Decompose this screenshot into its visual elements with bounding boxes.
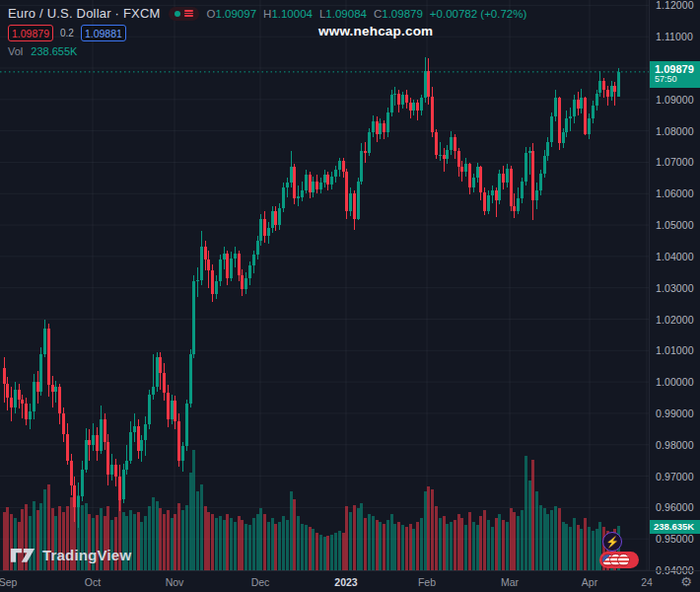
grid-layer xyxy=(0,0,649,570)
price-axis-label: 1.04000 xyxy=(656,251,694,262)
close-value: 1.09879 xyxy=(382,8,423,20)
open-value: 1.09097 xyxy=(215,8,256,20)
tradingview-logo-icon xyxy=(10,545,35,564)
price-axis-label: 1.11000 xyxy=(656,31,693,42)
price-axis-label: 1.09000 xyxy=(656,94,694,106)
volume-axis-label: 238.635K xyxy=(650,520,700,534)
market-open-dot-icon xyxy=(175,11,180,17)
watermark: www.nehcap.com xyxy=(318,24,433,38)
idea-event-badge[interactable]: ⚡ xyxy=(602,532,622,552)
spread-value: 0.2 xyxy=(60,28,74,38)
candlestick-chart[interactable] xyxy=(0,0,649,570)
price-axis-label: 1.08000 xyxy=(656,125,694,137)
last-price-label: 1.09879 57:50 xyxy=(650,61,700,88)
time-axis-label: Feb xyxy=(410,576,444,588)
time-axis-label: Apr xyxy=(573,576,606,588)
price-axis-label: 1.00000 xyxy=(656,376,694,388)
price-axis-label: 0.95000 xyxy=(656,533,694,545)
change-value: +0.00782 (+0.72%) xyxy=(430,8,526,20)
time-axis-label: 2023 xyxy=(329,576,363,588)
price-axis-label: 1.02000 xyxy=(656,314,694,326)
sell-bid-button[interactable]: 1.09879 xyxy=(8,25,53,41)
data-issue-icon xyxy=(184,10,193,17)
time-axis-label: Nov xyxy=(158,576,191,588)
lightning-icon: ⚡ xyxy=(605,537,619,548)
time-axis-label: Oct xyxy=(76,576,109,588)
low-value: 1.09084 xyxy=(325,8,367,20)
symbol-title[interactable]: Euro / U.S. Dollar · FXCM xyxy=(8,6,161,21)
tradingview-logo-text: TradingView xyxy=(42,547,131,563)
bar-countdown: 57:50 xyxy=(655,75,700,85)
ohlc-legend: O1.09097 H1.10004 L1.09084 C1.09879 +0.0… xyxy=(207,8,527,20)
axis-settings-gear-icon[interactable]: ⚙ xyxy=(680,574,692,589)
trading-chart-window: Euro / U.S. Dollar · FXCM O1.09097 H1.10… xyxy=(0,0,700,592)
volume-legend: Vol 238.655K xyxy=(8,45,77,57)
time-axis-label: 24 xyxy=(630,576,664,588)
high-value: 1.10004 xyxy=(271,8,313,20)
price-axis-label: 1.12000 xyxy=(656,0,694,11)
flag-icon xyxy=(617,554,630,566)
price-axis-label: 0.97000 xyxy=(656,471,694,482)
volume-value: 238.655K xyxy=(31,45,77,57)
price-axis-label: 1.01000 xyxy=(656,344,694,356)
market-status-pill[interactable] xyxy=(169,7,199,21)
price-axis-label: 1.06000 xyxy=(656,187,694,199)
candles-layer xyxy=(3,57,621,528)
price-axis-label: 0.98000 xyxy=(656,439,694,451)
price-axis-label: 1.03000 xyxy=(656,282,694,294)
time-axis-label: Mar xyxy=(493,576,526,588)
economic-events-badge[interactable] xyxy=(599,552,639,568)
volume-label: Vol xyxy=(8,45,23,57)
close-label: C xyxy=(374,8,382,20)
time-axis-label: Dec xyxy=(244,576,277,588)
tradingview-attribution[interactable]: TradingView xyxy=(10,545,131,564)
time-axis[interactable]: ⚙ SepOctNovDec2023FebMarApr24 xyxy=(0,570,700,592)
buy-ask-button[interactable]: 1.09881 xyxy=(81,25,126,41)
price-axis-label: 0.96000 xyxy=(656,501,694,513)
time-axis-label: Sep xyxy=(0,576,25,588)
price-axis-label: 0.99000 xyxy=(656,407,694,419)
price-axis-label: 1.05000 xyxy=(656,219,694,231)
price-axis-label: 1.07000 xyxy=(656,156,694,168)
